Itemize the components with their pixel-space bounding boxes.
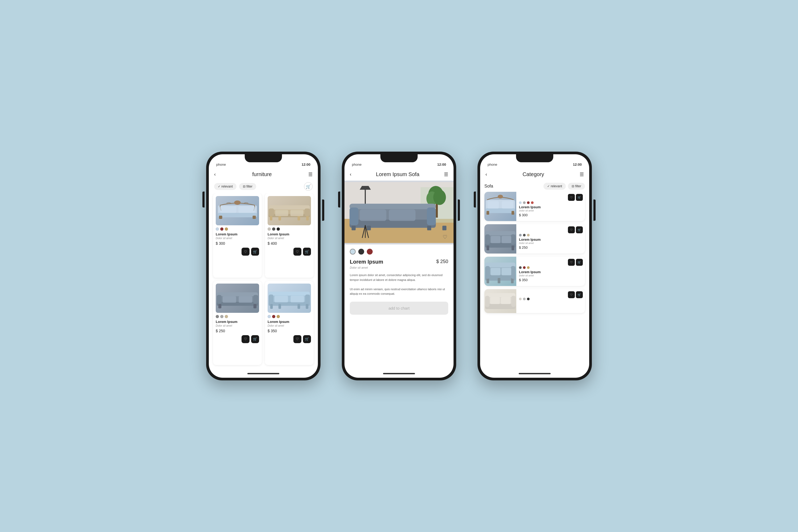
category-filter-bar: Sofa ✓ relevant ⊟ filter: [480, 180, 589, 192]
product-price-0: $ 300: [216, 241, 259, 246]
back-button-3[interactable]: ‹: [486, 172, 487, 177]
wishlist-btn-2[interactable]: ♡: [242, 335, 249, 343]
cat-dot-1-2[interactable]: [527, 234, 530, 236]
svg-rect-37: [290, 296, 304, 302]
cat-colors-1: [519, 234, 582, 236]
filter-btn-1[interactable]: ⊟ filter: [239, 183, 256, 190]
svg-rect-16: [275, 210, 288, 216]
product-card-1[interactable]: Lorem Ipsum Dolor sit amet $ 400 ♡ 🛒: [265, 193, 314, 278]
cat-relevant-filter[interactable]: ✓ relevant: [544, 183, 566, 190]
category-card-0[interactable]: ♡ 🛒 Lorem Ipsum Dolor sit amet $ 300: [484, 192, 585, 221]
color-dot-1-2[interactable]: [277, 227, 280, 231]
cat-dot-3-1[interactable]: [523, 298, 526, 300]
color-dot-0-2[interactable]: [225, 227, 228, 231]
cat-dot-3-2[interactable]: [527, 298, 530, 300]
svg-rect-89: [485, 304, 515, 309]
svg-rect-55: [352, 226, 356, 230]
product-actions-3: ♡ 🛒: [268, 335, 311, 343]
color-dot-1-1[interactable]: [272, 227, 275, 231]
home-indicator-1: [209, 369, 318, 378]
svg-rect-74: [485, 234, 490, 244]
product-img-3: [268, 284, 311, 313]
wishlist-btn-0[interactable]: ♡: [242, 248, 249, 255]
detail-color-2[interactable]: [367, 249, 373, 254]
color-dot-3-0[interactable]: [268, 315, 271, 318]
svg-rect-21: [253, 304, 256, 308]
cart-symbol-1: 🛒: [306, 184, 311, 189]
svg-point-66: [498, 195, 503, 198]
cart-btn-1[interactable]: 🛒: [303, 248, 311, 255]
svg-rect-12: [306, 216, 309, 220]
category-info-3: ♡ 🛒: [516, 289, 585, 313]
detail-color-0[interactable]: [350, 249, 356, 254]
cat-dot-3-0[interactable]: [519, 298, 521, 300]
menu-button-3[interactable]: ☰: [580, 172, 584, 177]
product-name-3: Lorem Ipsum: [268, 320, 311, 324]
cat-cart-1[interactable]: 🛒: [576, 226, 583, 233]
wishlist-btn-1[interactable]: ♡: [293, 248, 301, 255]
menu-button-1[interactable]: ☰: [308, 172, 312, 177]
color-dot-3-1[interactable]: [272, 315, 275, 318]
cat-cart-3[interactable]: 🛒: [576, 291, 583, 298]
cat-card-actions-0: ♡ 🛒: [568, 194, 583, 201]
category-img-1: [484, 224, 516, 253]
cat-wishlist-0[interactable]: ♡: [568, 194, 575, 201]
cart-btn-0[interactable]: 🛒: [251, 248, 259, 255]
category-card-1[interactable]: ♡ 🛒 Lorem Ipsum Dolor sit amet $ 250: [484, 224, 585, 253]
color-dot-0-0[interactable]: [216, 227, 219, 231]
relevant-filter-1[interactable]: ✓ relevant: [214, 183, 236, 190]
svg-rect-91: [485, 296, 490, 307]
cat-wishlist-2[interactable]: ♡: [568, 259, 575, 266]
color-dot-3-2[interactable]: [277, 315, 280, 318]
filter-bar-1: ✓ relevant ⊟ filter 🛒: [209, 180, 318, 193]
category-info-2: ♡ 🛒 Lorem Ipsum Dolor sit amet $ 350: [516, 257, 585, 286]
svg-rect-84: [485, 266, 490, 279]
product-sub-3: Dolor sit amet: [268, 324, 311, 327]
cat-wishlist-3[interactable]: ♡: [568, 291, 575, 298]
menu-button-2[interactable]: ☰: [444, 172, 448, 177]
color-dot-2-1[interactable]: [220, 315, 224, 318]
product-card-2[interactable]: Lorem Ipsum Dolor sit amet $ 250 ♡ 🛒: [213, 281, 262, 365]
cart-btn-2[interactable]: 🛒: [251, 335, 259, 343]
product-card-3[interactable]: Lorem Ipsum Dolor sit amet $ 350 ♡ 🛒: [265, 281, 314, 365]
cat-dot-0-3[interactable]: [531, 201, 534, 204]
svg-rect-75: [511, 234, 515, 244]
cat-wishlist-1[interactable]: ♡: [568, 226, 575, 233]
cat-cart-0[interactable]: 🛒: [576, 194, 583, 201]
svg-rect-67: [488, 201, 499, 209]
detail-hero: ♡: [344, 180, 454, 244]
cat-dot-0-1[interactable]: [523, 201, 526, 204]
product-card-0[interactable]: Lorem Ipsum Dolor sit amet $ 300 ♡ 🛒: [213, 193, 262, 278]
svg-rect-51: [349, 208, 358, 225]
cat-filter-btn[interactable]: ⊟ filter: [568, 183, 585, 190]
category-card-2[interactable]: ♡ 🛒 Lorem Ipsum Dolor sit amet $ 350: [484, 257, 585, 286]
detail-heart-btn[interactable]: ♡: [441, 233, 449, 241]
cat-dot-2-1[interactable]: [523, 266, 526, 269]
cat-cart-2[interactable]: 🛒: [576, 259, 583, 266]
add-to-cart-button[interactable]: add to chart: [350, 302, 448, 315]
cat-dot-0-0[interactable]: [519, 201, 521, 204]
color-dot-2-0[interactable]: [216, 315, 219, 318]
category-info-1: ♡ 🛒 Lorem Ipsum Dolor sit amet $ 250: [516, 224, 585, 253]
category-card-3[interactable]: ♡ 🛒: [484, 289, 585, 313]
nav-bar-2: ‹ Lorem Ipsum Sofa ☰: [344, 168, 454, 180]
cat-dot-1-1[interactable]: [523, 234, 526, 236]
back-button-1[interactable]: ‹: [214, 172, 216, 177]
detail-color-1[interactable]: [358, 249, 364, 254]
svg-rect-94: [501, 297, 510, 304]
svg-rect-90: [485, 293, 515, 297]
color-dot-2-2[interactable]: [225, 315, 228, 318]
wishlist-btn-3[interactable]: ♡: [293, 335, 301, 343]
back-button-2[interactable]: ‹: [350, 172, 352, 177]
svg-rect-29: [270, 304, 273, 309]
color-dot-1-0[interactable]: [268, 227, 271, 231]
cat-dot-2-0[interactable]: [519, 266, 521, 269]
svg-rect-13: [269, 205, 310, 210]
cat-dot-1-0[interactable]: [519, 234, 521, 236]
cat-dot-2-2[interactable]: [527, 266, 530, 269]
cat-dot-0-2[interactable]: [527, 201, 530, 204]
phone-3: phone 12:00 ‹ Category ☰ Sofa ✓ relevant…: [477, 152, 592, 380]
color-dot-0-1[interactable]: [220, 227, 224, 231]
cart-btn-3[interactable]: 🛒: [303, 335, 311, 343]
cart-icon-1[interactable]: 🛒: [304, 182, 312, 191]
